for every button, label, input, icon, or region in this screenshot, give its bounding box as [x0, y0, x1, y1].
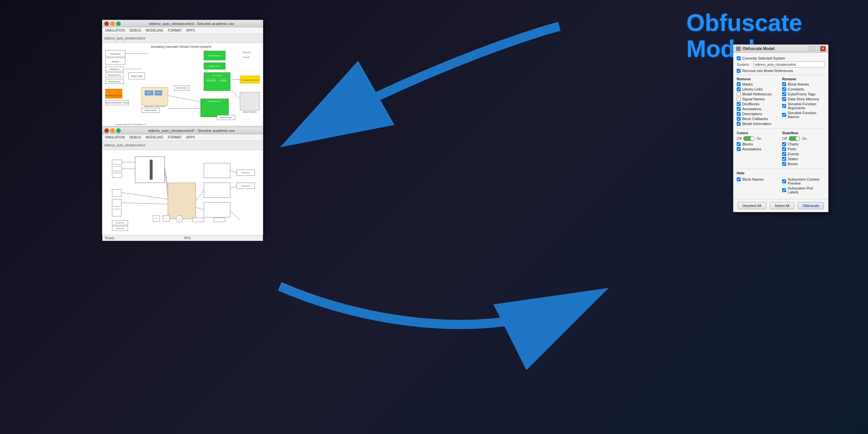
stateflow-states-cb[interactable] — [782, 157, 786, 161]
colors-annotations-cb[interactable] — [737, 147, 741, 151]
svg-text:×: × — [156, 217, 157, 219]
menu-format[interactable]: FORMAT — [168, 29, 181, 32]
rename-column: Rename Block Names Constants Goto/Froms … — [782, 77, 825, 127]
rename-constants-cb[interactable] — [782, 87, 786, 91]
remove-masks: Masks — [737, 82, 779, 86]
remove-model-info-cb[interactable] — [737, 122, 741, 126]
dialog-icon — [736, 46, 741, 51]
rename-goto-froms-cb[interactable] — [782, 92, 786, 96]
svg-text:GotoFrom1: GotoFrom1 — [116, 222, 124, 224]
rename-data-store-cb[interactable] — [782, 97, 786, 101]
remove-model-refs-cb[interactable] — [737, 92, 741, 96]
svg-text:GotoFrom1: GotoFrom1 — [242, 172, 250, 174]
menu-simulation-b[interactable]: SIMULATION — [105, 135, 125, 139]
svg-text:External Temperature in Celsiu: External Temperature in Celsius — [105, 102, 129, 104]
maximize-icon-bottom[interactable] — [116, 128, 121, 133]
svg-rect-92 — [192, 218, 204, 222]
menu-apps-b[interactable]: APPS — [186, 135, 195, 139]
remove-annotations: Annotations — [737, 107, 779, 111]
hide-right: Subsystem Content Preview Subsystem Port… — [782, 176, 825, 195]
rename-block-names: Block Names — [782, 82, 825, 86]
colors-on-label: On — [756, 136, 762, 141]
menu-debug[interactable]: DEBUG — [129, 29, 141, 32]
hide-section: Hide Block Names Subsystem Content Previ… — [737, 171, 825, 195]
stateflow-toggle[interactable] — [789, 136, 800, 141]
remove-signal-names: Signal Names — [737, 97, 779, 101]
svg-rect-43 — [240, 92, 259, 110]
svg-rect-77 — [204, 203, 230, 217]
svg-text:User Setpoint in Celsius: User Setpoint in Celsius — [105, 95, 123, 96]
dialog-maximize[interactable] — [815, 46, 819, 51]
svg-rect-16 — [105, 89, 122, 98]
colors-toggle[interactable] — [743, 136, 754, 141]
svg-text:GotoFrom2: GotoFrom2 — [116, 228, 124, 229]
hide-subsystem-port-labels-cb[interactable] — [782, 188, 786, 192]
colors-toggle-thumb — [750, 136, 754, 141]
maximize-icon-top[interactable] — [116, 21, 121, 26]
stateflow-ports: Ports — [782, 147, 825, 151]
remove-block-callbacks: Block Callbacks — [737, 117, 779, 121]
svg-text:GotoFrom2: GotoFrom2 — [242, 185, 250, 187]
hide-block-names-cb[interactable] — [737, 177, 741, 181]
currently-selected-checkbox[interactable] — [737, 56, 741, 60]
remove-masks-cb[interactable] — [737, 82, 741, 86]
menu-simulation[interactable]: SIMULATION — [105, 29, 125, 32]
deselect-all-button[interactable]: Deselect All — [738, 202, 766, 209]
statusbar-bottom: Ready 95% — [102, 235, 263, 241]
select-all-button[interactable]: Select All — [770, 202, 794, 209]
svg-rect-69 — [112, 209, 121, 216]
stateflow-events-cb[interactable] — [782, 152, 786, 156]
divider-1 — [737, 75, 825, 75]
colors-toggle-row: Off On — [737, 136, 779, 141]
minimize-icon-bottom[interactable] — [110, 128, 115, 133]
hide-left: Block Names — [737, 176, 779, 195]
remove-model-info: Model Information — [737, 122, 779, 126]
recurse-checkbox[interactable] — [737, 69, 741, 73]
system-input[interactable] — [753, 62, 825, 67]
menu-modeling-b[interactable]: MODELING — [146, 135, 163, 139]
hide-title: Hide — [737, 171, 825, 175]
rename-block-names-cb[interactable] — [782, 82, 786, 86]
svg-text:Simulating Automatic Climate C: Simulating Automatic Climate Control Sys… — [151, 45, 212, 49]
remove-descriptions-cb[interactable] — [737, 112, 741, 116]
hide-subsystem-preview: Subsystem Content Preview — [782, 177, 825, 185]
simulink-window-bottom: sldemo_auto_climatecontrol* - Simulink a… — [102, 127, 263, 235]
menu-format-b[interactable]: FORMAT — [168, 135, 181, 139]
remove-library-links-cb[interactable] — [737, 87, 741, 91]
remove-block-callbacks-cb[interactable] — [737, 117, 741, 121]
minimize-icon-top[interactable] — [110, 21, 115, 26]
close-icon-bottom[interactable] — [104, 128, 109, 133]
svg-text:Celsius to Kelvin: Celsius to Kelvin — [145, 110, 157, 111]
dialog-minimize[interactable] — [809, 46, 814, 51]
obfuscate-button[interactable]: Obfuscate — [798, 202, 824, 209]
dialog-close[interactable]: ✕ — [820, 46, 826, 51]
recurse-label: Recurse into Model References — [742, 69, 793, 73]
menu-debug-b[interactable]: DEBUG — [129, 135, 141, 139]
toolbar-top: sldemo_auto_climatecontrol — [102, 34, 263, 43]
svg-text:Torque Comp: Torque Comp — [209, 65, 220, 67]
svg-text:Thermometer Display: Thermometer Display — [241, 79, 259, 81]
states-label: States — [788, 157, 798, 161]
svg-text:System Trigger: System Trigger — [131, 75, 143, 77]
remove-signal-names-cb[interactable] — [737, 97, 741, 101]
svg-rect-62 — [112, 173, 122, 178]
close-icon-top[interactable] — [104, 21, 109, 26]
stateflow-states: States — [782, 157, 825, 161]
svg-text:▷: ▷ — [165, 218, 167, 219]
stateflow-boxes: Boxes — [782, 162, 825, 166]
remove-annotations-cb[interactable] — [737, 107, 741, 111]
menubar-bottom: SIMULATION DEBUG MODELING FORMAT APPS — [102, 134, 263, 141]
colors-blocks-cb[interactable] — [737, 142, 741, 146]
svg-text:Distribution: Distribution — [111, 53, 120, 55]
stateflow-charts-cb[interactable] — [782, 142, 786, 146]
stateflow-charts: Charts — [782, 142, 825, 146]
menu-apps[interactable]: APPS — [186, 29, 195, 32]
menu-modeling[interactable]: MODELING — [146, 29, 163, 32]
rename-sl-func-names-cb[interactable] — [782, 113, 786, 117]
hide-subsystem-preview-cb[interactable] — [782, 179, 786, 183]
rename-sl-func-args-cb[interactable] — [782, 104, 786, 108]
stateflow-ports-cb[interactable] — [782, 147, 786, 151]
stateflow-boxes-cb[interactable] — [782, 162, 786, 166]
remove-docblocks-cb[interactable] — [737, 102, 741, 106]
svg-text:8: 8 — [113, 91, 114, 93]
